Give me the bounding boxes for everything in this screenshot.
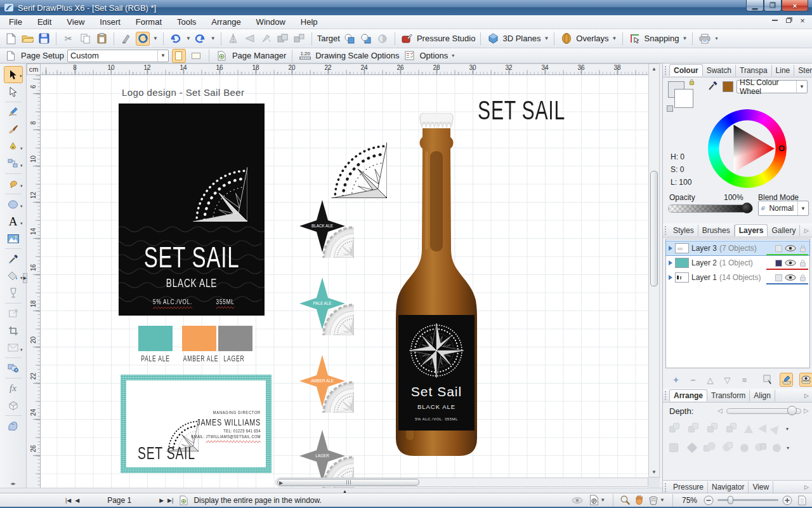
tab-align[interactable]: Align [750,390,775,401]
standalone-brand-text[interactable]: Set Sail [478,95,565,126]
pressure-tool[interactable] [4,417,23,434]
overlays-button[interactable]: Overlays [576,34,608,43]
select-objects-button[interactable] [763,374,773,385]
tab-stencils[interactable]: Stencils [794,65,812,76]
envelope-tool[interactable]: ▾ [4,339,23,356]
pointer-tool[interactable]: ▾ [4,66,23,83]
bottle-cap-amber-ale[interactable]: AMBER ALE [291,349,354,413]
visibility-icon[interactable] [785,260,796,266]
delete-layer-button[interactable]: − [688,374,698,385]
send-to-back-icon[interactable] [725,423,739,434]
zoom-out-icon[interactable] [704,495,714,505]
group-button[interactable] [276,32,290,46]
flip-horizontal-icon[interactable] [758,424,766,433]
depth-back-icon[interactable]: ◁ [717,407,723,414]
crop-square-icon[interactable] [668,442,682,453]
paint-fill-tool[interactable]: ▾ [4,175,23,192]
insert-picture-tool[interactable] [4,230,23,247]
zoom-in-icon[interactable] [782,495,792,505]
depth-forward-icon[interactable]: ▷ [804,407,809,414]
flip-vertical-icon[interactable] [744,425,753,433]
next-page-icon[interactable]: ▶ [159,497,164,504]
snapping-dropdown[interactable]: ▼ [682,36,687,41]
order-options-dropdown[interactable]: ▾ [786,426,789,432]
instant-3d-tool[interactable] [4,397,23,414]
crop-diamond-icon[interactable] [687,443,698,453]
page-toolbar-overflow[interactable]: ▾ [452,53,454,58]
tab-swatch[interactable]: Swatch [703,65,736,76]
swatch-lager[interactable] [218,326,252,351]
tab-gallery[interactable]: Gallery [768,225,800,236]
expand-icon[interactable] [669,260,672,265]
print-button[interactable] [698,32,712,46]
expand-icon[interactable] [669,275,672,280]
tab-brushes[interactable]: Brushes [698,225,735,236]
toolbar-expand-icon[interactable]: ◂▸ [10,481,15,488]
merge-shape-icon[interactable] [773,444,781,452]
new-document-button[interactable] [4,32,18,46]
lock-icon[interactable] [799,259,807,267]
lock-icon[interactable] [799,244,807,252]
depth-slider-thumb[interactable] [787,406,797,415]
horizontal-scroll-thumb[interactable] [277,479,419,486]
vertical-ruler[interactable]: 68101214161820222426 [27,75,41,488]
copy-button[interactable] [78,32,92,46]
minimize-button[interactable]: ▁ [746,0,764,11]
fill-tool[interactable]: ▾ [4,267,23,284]
preview-page-icon[interactable]: P [589,495,599,505]
format-painter-button[interactable] [119,32,133,46]
add-page-icon[interactable] [179,495,188,505]
document-canvas[interactable]: Logo design - Set Sail Beer Set Sail BLA… [41,75,648,488]
options-button[interactable]: Options [419,51,448,60]
divide-icon[interactable] [754,442,768,453]
previous-page-icon[interactable]: ◀ [75,497,79,504]
doc-minimize-button[interactable] [770,17,779,24]
3d-planes-button[interactable]: 3D Planes [502,34,540,43]
crop-options-dropdown[interactable]: ▾ [787,445,789,451]
drawing-scale-button[interactable]: Drawing Scale Options [315,51,399,60]
pan-hand-icon[interactable] [634,495,645,505]
layer-page-icon[interactable] [775,245,782,252]
tab-layers[interactable]: Layers [735,224,768,236]
zoom-tool-icon[interactable] [648,495,658,505]
combine-icon[interactable] [702,442,716,453]
zoom-slider[interactable] [717,499,778,501]
compass-logo-outline[interactable] [273,84,387,198]
merge-layers-button[interactable]: ≡ [739,374,750,385]
ungroup-button[interactable] [292,32,306,46]
intersect-icon[interactable] [740,444,749,452]
layer-page-icon[interactable] [775,274,782,281]
layer-thumbnail[interactable] [675,243,689,253]
lock-icon[interactable] [799,274,807,281]
page-setup-button[interactable]: Page Setup [21,51,64,60]
menu-tools[interactable]: Tools [177,17,196,27]
snapping-button[interactable]: Snapping [645,34,679,43]
bottle-cap-pale-ale[interactable]: PALE ALE [291,272,354,335]
expand-icon[interactable] [669,246,672,251]
redo-button[interactable] [193,32,207,46]
blend-mode-combobox[interactable]: Normal ▼ [758,201,809,216]
vertical-scrollbar[interactable]: ▲ ▼ [648,64,660,478]
connector-tool[interactable]: ▾ [4,155,23,172]
hsl-triangle[interactable] [708,109,787,188]
menu-window[interactable]: Window [256,17,285,27]
portrait-page-button[interactable] [172,49,186,63]
fit-page-icon[interactable] [797,495,807,505]
show-all-layers-button[interactable] [799,373,812,387]
quickshape-tool[interactable]: ▾ [4,196,23,213]
flip-vertical-button[interactable] [226,32,240,46]
save-button[interactable] [37,32,51,46]
preview-eye-icon[interactable] [572,497,583,504]
combo-arrow-icon[interactable]: ▼ [157,50,166,62]
filter-effects-tool[interactable]: fx [4,380,23,397]
vertical-scroll-thumb[interactable] [650,171,658,286]
scroll-right-icon[interactable]: ▶ [276,478,286,488]
colour-picker-icon[interactable] [707,80,717,91]
horizontal-scrollbar[interactable]: ▶ [275,478,648,487]
text-tool[interactable]: A▾ [4,213,23,230]
blend-tool[interactable] [4,359,23,377]
overlays-dropdown[interactable]: ▼ [612,36,617,41]
menu-view[interactable]: View [67,17,84,27]
target-intersect-button[interactable] [376,32,390,46]
beer-label-artwork[interactable]: Set Sail BLACK ALE 5% ALC./VOL. 355ML [119,104,265,316]
